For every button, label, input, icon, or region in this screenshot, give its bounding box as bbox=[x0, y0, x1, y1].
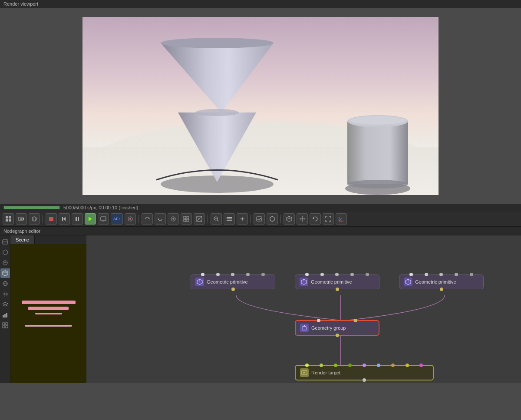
zoom-btn[interactable] bbox=[211, 213, 222, 225]
geo-primitive-node-2[interactable]: Geometric primitive bbox=[295, 274, 379, 289]
svg-marker-25 bbox=[89, 217, 92, 221]
geo-primitive-node-3[interactable]: Geometric primitive bbox=[399, 274, 484, 289]
geo-primitive-node-1[interactable]: Geometric primitive bbox=[191, 274, 275, 289]
sidebar-icon-gear[interactable] bbox=[0, 289, 10, 299]
dot bbox=[246, 273, 250, 276]
expand-btn[interactable] bbox=[323, 213, 334, 225]
move-btn[interactable] bbox=[297, 213, 308, 225]
render-viewport-title: Render viewport bbox=[0, 0, 521, 8]
svg-point-17 bbox=[20, 218, 22, 220]
prev-frame-btn[interactable] bbox=[59, 213, 70, 225]
svg-point-9 bbox=[350, 116, 406, 125]
nodegraph-canvas[interactable]: Geometric primitive Geometric bbox=[86, 235, 521, 383]
sidebar-icon-grid[interactable] bbox=[0, 321, 10, 330]
svg-rect-46 bbox=[227, 218, 232, 219]
sidebar-icon-sphere[interactable] bbox=[0, 279, 10, 288]
svg-line-64 bbox=[339, 218, 342, 221]
play-btn[interactable] bbox=[85, 213, 96, 225]
sidebar-icon-hex[interactable] bbox=[0, 248, 10, 257]
svg-rect-47 bbox=[227, 220, 232, 221]
render-toolbar: AF↑ bbox=[0, 212, 521, 227]
dot bbox=[354, 319, 357, 322]
dot bbox=[305, 273, 309, 276]
geometry-group-node[interactable]: Geometry group bbox=[295, 320, 379, 336]
node3-bottom-dots bbox=[399, 288, 483, 291]
sidebar-icon-cube-active[interactable] bbox=[0, 268, 10, 278]
xsquare-btn[interactable] bbox=[194, 213, 205, 225]
sidebar-icon-mask[interactable] bbox=[0, 258, 10, 268]
render-target-icon bbox=[300, 368, 309, 377]
svg-marker-91 bbox=[303, 325, 306, 327]
dot bbox=[320, 273, 324, 276]
svg-rect-37 bbox=[184, 219, 186, 222]
nodegraph-panel: Nodegraph editor bbox=[0, 227, 521, 383]
progress-bar-fill bbox=[4, 206, 59, 209]
scene-btn[interactable] bbox=[3, 213, 14, 225]
render-canvas bbox=[82, 17, 439, 195]
dot bbox=[455, 273, 458, 276]
sphere-btn[interactable] bbox=[29, 213, 40, 225]
render-target-top-dots bbox=[296, 364, 433, 367]
svg-rect-82 bbox=[3, 326, 5, 328]
node3-label: Geometric primitive bbox=[415, 279, 456, 284]
node3-icon bbox=[404, 278, 412, 286]
camera-btn[interactable] bbox=[16, 213, 27, 225]
svg-point-5 bbox=[161, 38, 274, 48]
render-viewport-panel: Render viewport bbox=[0, 0, 521, 227]
refresh-btn[interactable] bbox=[310, 213, 321, 225]
preview-bar-3 bbox=[35, 313, 62, 314]
svg-marker-66 bbox=[3, 250, 7, 255]
sidebar-icon-layers[interactable] bbox=[0, 300, 10, 309]
node2-icon bbox=[300, 278, 308, 286]
sep1 bbox=[43, 215, 43, 223]
dot bbox=[261, 273, 265, 276]
dot bbox=[334, 364, 337, 367]
dot bbox=[470, 273, 473, 276]
hex-btn[interactable] bbox=[267, 213, 278, 225]
sparkle-btn[interactable] bbox=[237, 213, 248, 225]
svg-marker-48 bbox=[240, 216, 245, 222]
svg-line-69 bbox=[3, 272, 5, 273]
svg-rect-27 bbox=[102, 221, 104, 222]
render-target-bottom-dots bbox=[296, 378, 433, 382]
scene-tab[interactable]: Scene bbox=[10, 235, 35, 244]
axes-btn[interactable] bbox=[336, 213, 347, 225]
node1-top-dots bbox=[191, 273, 275, 276]
sidebar-icon-image[interactable] bbox=[0, 237, 10, 247]
svg-rect-7 bbox=[347, 121, 408, 184]
progress-text: 5000/5000 s/px, 00:00:10 (finished) bbox=[63, 205, 138, 210]
svg-marker-76 bbox=[3, 302, 8, 305]
dot bbox=[377, 364, 380, 367]
display-btn[interactable] bbox=[98, 213, 109, 225]
svg-point-18 bbox=[32, 217, 36, 221]
render-target-node[interactable]: Render target bbox=[295, 365, 434, 380]
rotate1-btn[interactable] bbox=[142, 213, 153, 225]
svg-rect-36 bbox=[187, 216, 189, 218]
svg-rect-79 bbox=[6, 313, 7, 317]
progress-bar-track bbox=[3, 206, 60, 209]
svg-rect-14 bbox=[9, 219, 11, 222]
sidebar-icon-chart[interactable] bbox=[0, 310, 10, 320]
add-btn[interactable] bbox=[168, 213, 179, 225]
color-btn[interactable] bbox=[125, 213, 136, 225]
node2-label: Geometric primitive bbox=[311, 279, 352, 284]
grid-btn[interactable] bbox=[181, 213, 192, 225]
dot bbox=[425, 273, 428, 276]
img-btn[interactable] bbox=[254, 213, 265, 225]
svg-rect-22 bbox=[62, 217, 63, 221]
sidebar-content: Scene bbox=[10, 235, 86, 383]
svg-rect-24 bbox=[78, 217, 79, 221]
dot bbox=[439, 273, 443, 276]
geo-group-label: Geometry group bbox=[311, 325, 346, 331]
node1-icon bbox=[195, 278, 204, 286]
cube-btn[interactable] bbox=[284, 213, 295, 225]
af-btn[interactable]: AF↑ bbox=[111, 213, 123, 225]
svg-marker-61 bbox=[313, 218, 314, 219]
dot bbox=[201, 273, 204, 276]
sep4 bbox=[251, 215, 251, 223]
pause-btn[interactable] bbox=[72, 213, 83, 225]
render-target-label: Render target bbox=[311, 370, 340, 375]
stop-btn[interactable] bbox=[46, 213, 57, 225]
rotate2-btn[interactable] bbox=[155, 213, 166, 225]
layers-btn[interactable] bbox=[224, 213, 235, 225]
